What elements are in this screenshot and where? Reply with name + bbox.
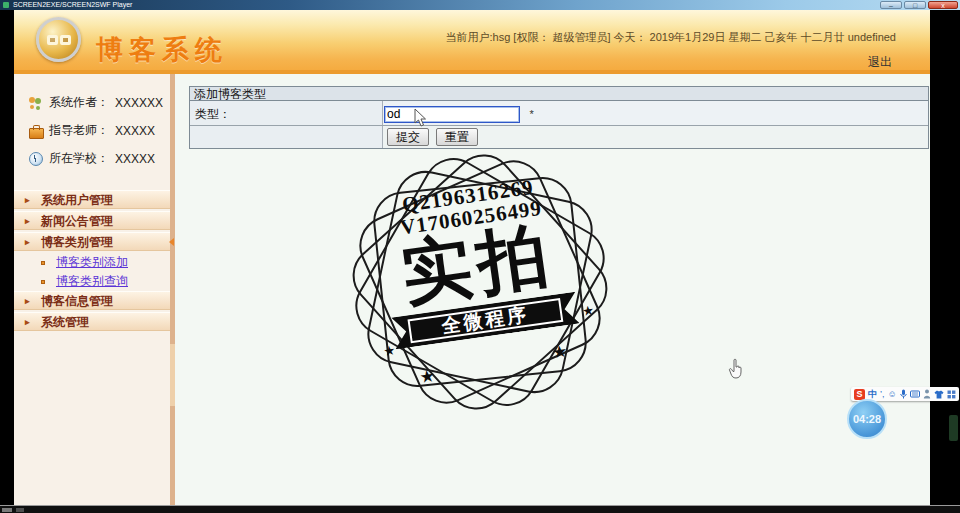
reset-button[interactable]: 重置 bbox=[436, 128, 478, 146]
sidebar-collapse-icon[interactable] bbox=[169, 238, 174, 246]
clock-icon bbox=[28, 152, 43, 165]
info-label: 系统作者： bbox=[49, 94, 109, 111]
logout-link[interactable]: 退出 bbox=[868, 54, 892, 71]
form-body: 类型： * 提交 重置 bbox=[189, 101, 929, 149]
player-title: SCREEN2EXE/SCREEN2SWF Player bbox=[13, 0, 132, 10]
logo-lens-left bbox=[47, 35, 58, 45]
info-label: 所在学校： bbox=[49, 150, 109, 167]
person-icon[interactable] bbox=[923, 389, 931, 399]
chevron-right-icon: ▸ bbox=[25, 292, 30, 311]
arrow-cursor-icon bbox=[413, 108, 427, 128]
empty-cell bbox=[190, 126, 383, 148]
add-category-form: 添加博客类型 类型： * 提交 重置 bbox=[189, 86, 929, 149]
star-icon: ★ bbox=[581, 302, 595, 318]
users-icon bbox=[28, 96, 43, 109]
window-controls: – □ x bbox=[880, 1, 958, 9]
chevron-right-icon: ▸ bbox=[25, 313, 30, 332]
bullet-icon bbox=[41, 280, 45, 284]
sidebar-subitem-category-add[interactable]: 博客类别添加 bbox=[14, 253, 170, 272]
player-app-icon bbox=[3, 2, 9, 8]
sidebar-item-system-users[interactable]: ▸ 系统用户管理 bbox=[14, 190, 170, 209]
desktop-remnant bbox=[949, 415, 958, 441]
type-input-cell: * bbox=[383, 101, 928, 125]
info-value: XXXXX bbox=[115, 124, 155, 138]
star-icon: ★ bbox=[418, 365, 436, 388]
logo-lens-right bbox=[60, 35, 71, 45]
submenu-link[interactable]: 博客类别查询 bbox=[56, 274, 128, 288]
star-icon: ★ bbox=[551, 341, 569, 364]
page-title: 博客系统 bbox=[96, 32, 228, 68]
sidebar: 系统作者： XXXXXX 指导老师： XXXXX 所在学校： XXXXX ▸ 系… bbox=[14, 74, 170, 505]
briefcase-icon bbox=[28, 124, 43, 137]
info-row-school: 所在学校： XXXXX bbox=[28, 150, 170, 167]
sidebar-item-blog-info[interactable]: ▸ 博客信息管理 bbox=[14, 291, 170, 310]
watermark-stamp: Q2196316269 V17060256499 实拍 全微程序 ★ ★ ★ ★ bbox=[345, 162, 615, 402]
recording-timer-badge: 04:28 bbox=[847, 399, 887, 439]
info-row-teacher: 指导老师： XXXXX bbox=[28, 122, 170, 139]
taskbar-fragment bbox=[2, 508, 12, 512]
buttons-cell: 提交 重置 bbox=[383, 126, 928, 148]
menu-label: 系统用户管理 bbox=[41, 193, 113, 207]
info-value: XXXXX bbox=[115, 152, 155, 166]
info-value: XXXXXX bbox=[115, 96, 163, 110]
sidebar-subitem-category-query[interactable]: 博客类别查询 bbox=[14, 272, 170, 291]
info-row-author: 系统作者： XXXXXX bbox=[28, 94, 170, 111]
hand-cursor-icon bbox=[728, 358, 744, 380]
mic-icon[interactable] bbox=[900, 389, 907, 399]
close-button[interactable]: x bbox=[928, 1, 958, 9]
sidebar-item-system-admin[interactable]: ▸ 系统管理 bbox=[14, 312, 170, 331]
menu-label: 博客信息管理 bbox=[41, 294, 113, 308]
sidebar-menu: ▸ 系统用户管理 ▸ 新闻公告管理 ▸ 博客类别管理 博客类别添加 博客类别查询… bbox=[14, 190, 170, 331]
chevron-right-icon: ▸ bbox=[25, 212, 30, 231]
maximize-button[interactable]: □ bbox=[904, 1, 926, 9]
app-window: 博客系统 当前用户:hsg [权限： 超级管理员] 今天： 2019年1月29日… bbox=[14, 10, 930, 505]
chevron-right-icon: ▸ bbox=[25, 191, 30, 210]
menu-label: 博客类别管理 bbox=[41, 235, 113, 249]
minimize-button[interactable]: – bbox=[880, 1, 902, 9]
toolbox-icon[interactable] bbox=[947, 390, 956, 399]
type-label: 类型： bbox=[190, 101, 383, 125]
star-icon: ★ bbox=[383, 343, 397, 359]
form-title: 添加博客类型 bbox=[189, 86, 929, 101]
sogou-logo[interactable]: S bbox=[854, 389, 865, 400]
app-header: 博客系统 当前用户:hsg [权限： 超级管理员] 今天： 2019年1月29日… bbox=[14, 10, 930, 74]
timer-value: 04:28 bbox=[853, 413, 881, 425]
chevron-right-icon: ▸ bbox=[25, 233, 30, 252]
stamp-content: Q2196316269 V17060256499 实拍 全微程序 ★ ★ ★ ★ bbox=[330, 144, 631, 419]
main-content: 添加博客类型 类型： * 提交 重置 bbox=[175, 74, 930, 505]
menu-label: 新闻公告管理 bbox=[41, 214, 113, 228]
submit-button[interactable]: 提交 bbox=[387, 128, 429, 146]
bullet-icon bbox=[41, 261, 45, 265]
current-user-info: 当前用户:hsg [权限： 超级管理员] 今天： 2019年1月29日 星期二 … bbox=[445, 30, 896, 45]
sidebar-item-blog-category[interactable]: ▸ 博客类别管理 bbox=[14, 232, 170, 251]
type-input[interactable] bbox=[384, 106, 520, 123]
bottom-edge-bar bbox=[0, 505, 960, 513]
sidebar-item-news-notice[interactable]: ▸ 新闻公告管理 bbox=[14, 211, 170, 230]
emoji-icon[interactable]: ☺ bbox=[888, 388, 897, 400]
required-marker: * bbox=[529, 108, 533, 120]
menu-label: 系统管理 bbox=[41, 315, 89, 329]
info-label: 指导老师： bbox=[49, 122, 109, 139]
form-row-type: 类型： * bbox=[190, 101, 928, 126]
taskbar-fragment bbox=[16, 508, 24, 512]
keyboard-icon[interactable] bbox=[910, 390, 920, 398]
sidebar-info: 系统作者： XXXXXX 指导老师： XXXXX 所在学校： XXXXX bbox=[14, 74, 170, 184]
app-logo-icon bbox=[36, 17, 81, 62]
skin-icon[interactable] bbox=[934, 390, 944, 399]
form-row-actions: 提交 重置 bbox=[190, 126, 928, 148]
submenu-link[interactable]: 博客类别添加 bbox=[56, 255, 128, 269]
punctuation-icon[interactable]: ’, bbox=[880, 388, 885, 400]
player-titlebar: SCREEN2EXE/SCREEN2SWF Player – □ x bbox=[0, 0, 960, 10]
